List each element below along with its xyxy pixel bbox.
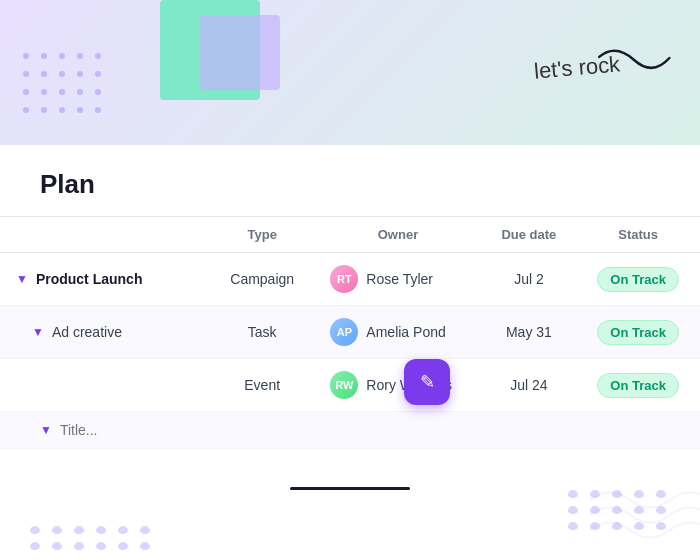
- avatar: AP: [330, 318, 358, 346]
- row-name-cell: [0, 359, 210, 412]
- dots-decoration-left: [20, 50, 104, 116]
- new-title-input[interactable]: [60, 422, 684, 438]
- col-type: Type: [210, 217, 314, 253]
- col-due-date: Due date: [482, 217, 577, 253]
- col-status: Status: [576, 217, 700, 253]
- row-status-cell: On Track: [576, 253, 700, 306]
- row-owner-cell: RT Rose Tyler: [314, 253, 481, 306]
- row-due-date-cell: Jul 2: [482, 253, 577, 306]
- status-badge: On Track: [597, 267, 679, 292]
- avatar-initials: RT: [337, 273, 352, 285]
- avatar: RW: [330, 371, 358, 399]
- row-owner-cell: AP Amelia Pond: [314, 306, 481, 359]
- row-status-cell: On Track: [576, 359, 700, 412]
- header-decoration: let's rock: [0, 0, 700, 145]
- chevron-down-icon: ▼: [16, 272, 28, 286]
- table-header-row: Type Owner Due date Status: [0, 217, 700, 253]
- table-row[interactable]: Event RW Rory Williams Jul 24 On Track: [0, 359, 700, 412]
- chevron-down-icon: ▼: [32, 325, 44, 339]
- main-content: Plan Type Owner Due date Status ▼ Produc…: [0, 145, 700, 449]
- owner-name: Rose Tyler: [366, 271, 433, 287]
- wavy-decoration: [580, 480, 700, 560]
- row-name-cell: ▼ Product Launch: [0, 253, 210, 306]
- row-owner-cell: RW Rory Williams: [314, 359, 481, 412]
- avatar: RT: [330, 265, 358, 293]
- bottom-divider: [290, 487, 410, 490]
- table-row[interactable]: ▼ Product Launch Campaign RT Rose Tyler …: [0, 253, 700, 306]
- plan-table: Type Owner Due date Status ▼ Product Lau…: [0, 216, 700, 412]
- row-type-cell: Task: [210, 306, 314, 359]
- dots-bottom-right: [568, 490, 670, 530]
- page-title: Plan: [0, 145, 700, 216]
- new-row-area[interactable]: ▼: [0, 412, 700, 449]
- row-status-cell: On Track: [576, 306, 700, 359]
- col-name: [0, 217, 210, 253]
- dots-bottom-left: [30, 526, 154, 550]
- row-title-text: Product Launch: [36, 271, 143, 287]
- avatar-initials: AP: [337, 326, 352, 338]
- edit-icon: ✎: [420, 371, 435, 393]
- edit-fab-button[interactable]: ✎: [404, 359, 450, 405]
- purple-decoration: [200, 15, 280, 90]
- col-owner: Owner: [314, 217, 481, 253]
- row-due-date-cell: May 31: [482, 306, 577, 359]
- row-type-cell: Campaign: [210, 253, 314, 306]
- table-row[interactable]: ▼ Ad creative Task AP Amelia Pond May 31: [0, 306, 700, 359]
- row-title-text: Ad creative: [52, 324, 122, 340]
- avatar-initials: RW: [335, 379, 353, 391]
- row-name-cell: ▼ Ad creative: [0, 306, 210, 359]
- row-type-cell: Event: [210, 359, 314, 412]
- chevron-right-icon: ▼: [40, 423, 52, 437]
- footer-decoration: [0, 440, 700, 560]
- row-due-date-cell: Jul 24: [482, 359, 577, 412]
- owner-name: Amelia Pond: [366, 324, 445, 340]
- status-badge: On Track: [597, 320, 679, 345]
- status-badge: On Track: [597, 373, 679, 398]
